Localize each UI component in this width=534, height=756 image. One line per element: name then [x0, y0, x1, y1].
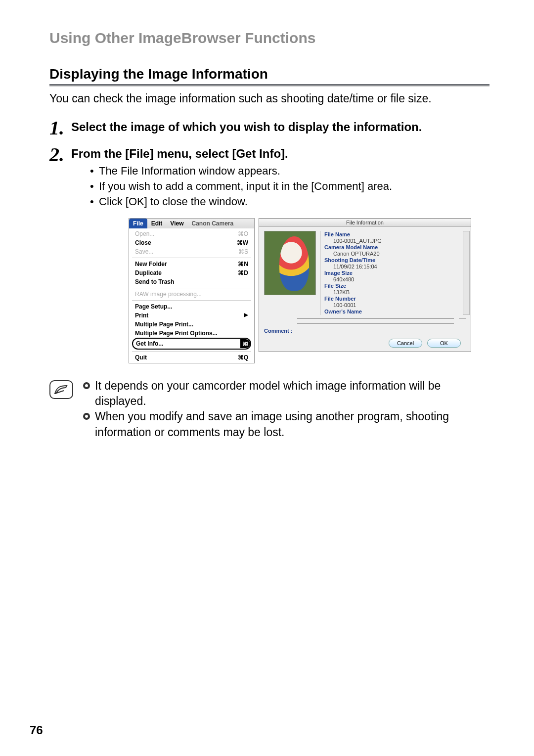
note-icon — [49, 380, 73, 399]
file-menu-dropdown: Open...⌘O Close⌘W Save...⌘S New Folder⌘N… — [129, 228, 254, 363]
label-comment: Comment : — [264, 318, 292, 334]
menu-item-send-to-trash[interactable]: Send to Trash — [129, 277, 254, 286]
menu-canon-camera[interactable]: Canon Camera — [187, 219, 237, 228]
subsection-title: Displaying the Image Information — [49, 66, 490, 82]
comment-textarea-2[interactable] — [297, 323, 454, 324]
menu-item-quit[interactable]: Quit⌘Q — [129, 353, 254, 362]
step-1: 1. Select the image of which you wish to… — [49, 120, 490, 138]
comment-scrollbar[interactable] — [459, 318, 466, 319]
step-2: 2. From the [File] menu, select [Get Inf… — [49, 147, 490, 209]
dialog-title: File Information — [259, 219, 471, 227]
menu-edit[interactable]: Edit — [147, 219, 167, 228]
heading-divider — [49, 84, 490, 87]
label-camera-model: Camera Model Name — [324, 244, 466, 250]
comment-textarea[interactable] — [297, 318, 454, 319]
menu-separator — [132, 258, 251, 258]
step-2-text: From the [File] menu, select [Get Info]. — [71, 147, 490, 161]
menu-item-close[interactable]: Close⌘W — [129, 238, 254, 247]
menu-item-save[interactable]: Save...⌘S — [129, 247, 254, 256]
bullet-2: If you wish to add a comment, input it i… — [90, 179, 490, 194]
note-2: When you modify and save an image using … — [95, 409, 490, 440]
ok-button[interactable]: OK — [427, 339, 461, 348]
step-number-2: 2. — [49, 145, 64, 165]
parrot-image-icon — [279, 236, 309, 291]
cancel-button[interactable]: Cancel — [389, 339, 422, 348]
menu-separator — [132, 351, 251, 352]
value-file-size: 132KB — [324, 289, 466, 295]
label-file-number: File Number — [324, 296, 466, 302]
label-file-name: File Name — [324, 231, 466, 237]
menubar: File Edit View Canon Camera — [129, 219, 254, 228]
label-image-size: Image Size — [324, 270, 466, 276]
intro-text: You can check the image information such… — [49, 92, 490, 105]
menu-item-page-setup[interactable]: Page Setup... — [129, 302, 254, 311]
note-bullet-icon — [83, 413, 90, 420]
menu-item-print[interactable]: Print▶ — [129, 311, 254, 320]
menu-view[interactable]: View — [166, 219, 187, 228]
label-owners-name: Owner's Name — [324, 309, 466, 314]
image-thumbnail — [264, 231, 316, 295]
bullet-3: Click [OK] to close the window. — [90, 194, 490, 210]
step-number-1: 1. — [49, 118, 64, 138]
label-shooting-date: Shooting Date/Time — [324, 257, 466, 263]
menu-item-get-info-highlighted[interactable]: Get Info... ⌘I — [132, 338, 251, 350]
note-1: It depends on your camcorder model which… — [95, 378, 490, 409]
menu-item-new-folder[interactable]: New Folder⌘N — [129, 260, 254, 268]
page-number: 76 — [30, 723, 43, 737]
menu-file[interactable]: File — [129, 219, 147, 228]
menu-separator — [132, 288, 251, 288]
menu-item-raw-processing[interactable]: RAW image processing... — [129, 290, 254, 299]
screenshot-figures: File Edit View Canon Camera Open...⌘O Cl… — [129, 218, 490, 363]
menu-item-multiple-page-print[interactable]: Multiple Page Print... — [129, 320, 254, 329]
value-shooting-date: 11/09/02 16:15:04 — [324, 264, 466, 269]
bullet-1: The File Information window appears. — [90, 164, 490, 179]
label-file-size: File Size — [324, 283, 466, 289]
value-file-number: 100-0001 — [324, 302, 466, 308]
menu-item-duplicate[interactable]: Duplicate⌘D — [129, 268, 254, 277]
submenu-arrow-icon: ▶ — [244, 312, 248, 319]
menu-item-multiple-page-print-options[interactable]: Multiple Page Print Options... — [129, 329, 254, 338]
file-menu-screenshot: File Edit View Canon Camera Open...⌘O Cl… — [129, 218, 255, 363]
notes-block: It depends on your camcorder model which… — [49, 378, 490, 440]
highlight-callout-icon: ⌘I — [240, 339, 250, 348]
file-info-panel: File Name 100-0001_AUT.JPG Camera Model … — [320, 231, 466, 315]
note-bullet-icon — [83, 382, 90, 389]
value-image-size: 640x480 — [324, 276, 466, 282]
info-scrollbar[interactable] — [463, 231, 470, 315]
section-title: Using Other ImageBrowser Functions — [49, 30, 490, 46]
value-camera-model: Canon OPTURA20 — [324, 251, 466, 257]
menu-item-open[interactable]: Open...⌘O — [129, 229, 254, 238]
value-file-name: 100-0001_AUT.JPG — [324, 238, 466, 244]
file-information-dialog: File Information File Name 100-0001_AUT.… — [259, 218, 471, 352]
menu-separator — [132, 300, 251, 301]
step-2-bullets: The File Information window appears. If … — [71, 164, 490, 209]
step-1-text: Select the image of which you wish to di… — [71, 120, 490, 134]
